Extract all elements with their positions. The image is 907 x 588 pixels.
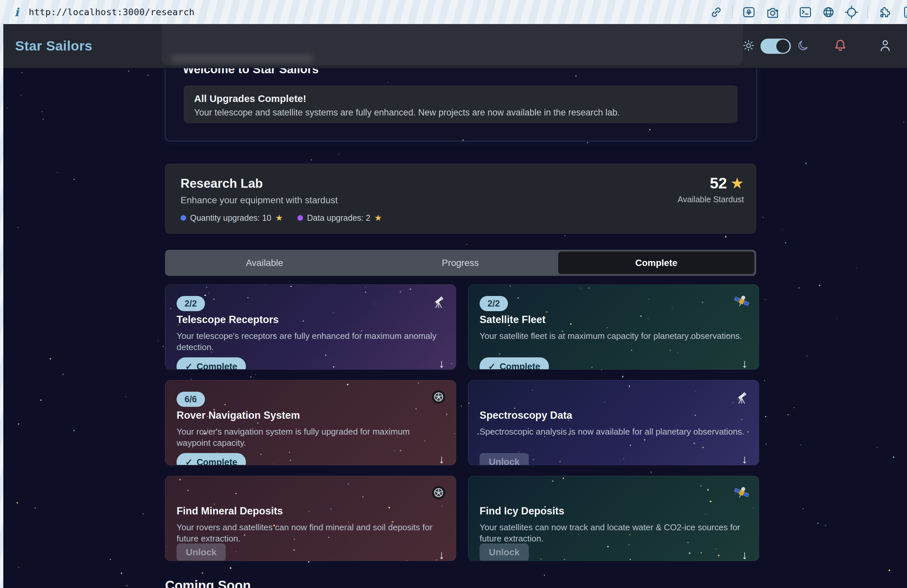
data-upgrades-badge: Data upgrades: 2 ★ xyxy=(297,213,382,223)
theme-toggle[interactable] xyxy=(760,38,791,54)
arrow-down-icon[interactable]: ↓ xyxy=(742,548,748,561)
notice-body: Your telescope and satellite systems are… xyxy=(194,107,727,118)
count-badge: 6/6 xyxy=(176,392,205,407)
card-starfield xyxy=(165,285,456,369)
card-description: Spectroscopic analysis is now available … xyxy=(479,426,745,437)
complete-badge: ✓ Complete xyxy=(479,357,549,370)
unlock-button[interactable]: Unlock xyxy=(479,543,529,561)
device-icon[interactable] xyxy=(901,5,907,19)
card-description: Your satellites can now track and locate… xyxy=(479,522,745,544)
purple-dot-icon xyxy=(297,215,303,221)
project-grid: 2/2 Telescope Receptors Your telescope's… xyxy=(165,284,758,561)
card-title: Telescope Receptors xyxy=(176,314,279,326)
url-text[interactable]: http://localhost:3000/research xyxy=(29,7,195,17)
project-card[interactable]: Spectroscopy Data Spectroscopic analysis… xyxy=(468,380,759,465)
screen: i http://localhost:3000/research Welcome… xyxy=(0,0,907,588)
star-icon: ★ xyxy=(275,213,283,223)
telescope-icon xyxy=(431,293,447,309)
arrow-down-icon[interactable]: ↓ xyxy=(439,452,445,465)
data-upgrades-label: Data upgrades: 2 xyxy=(307,213,370,223)
page-content: Welcome to Star Sailors All Upgrades Com… xyxy=(3,24,907,588)
tab-available[interactable]: Available xyxy=(167,252,362,274)
project-card[interactable]: Find Mineral Deposits Your rovers and sa… xyxy=(165,476,456,561)
crosshair-icon[interactable] xyxy=(844,5,859,19)
card-title: Rover Navigation System xyxy=(176,410,300,421)
sun-icon xyxy=(742,39,755,53)
terminal-icon[interactable] xyxy=(798,5,812,19)
complete-badge: ✓ Complete xyxy=(176,357,246,370)
check-icon: ✓ xyxy=(185,361,193,370)
tab-complete[interactable]: Complete xyxy=(558,252,755,274)
arrow-down-icon[interactable]: ↓ xyxy=(742,452,748,465)
card-title: Find Icy Deposits xyxy=(479,505,564,517)
arrow-down-icon[interactable]: ↓ xyxy=(742,357,748,370)
card-description: Your rover's navigation system is fully … xyxy=(176,426,442,449)
card-title: Satellite Fleet xyxy=(479,314,546,326)
card-starfield xyxy=(165,380,456,465)
count-badge: 2/2 xyxy=(176,296,205,311)
satellite-icon xyxy=(734,485,750,501)
wheel-icon xyxy=(431,485,447,501)
tabs: AvailableProgressComplete xyxy=(165,250,756,276)
card-title: Spectroscopy Data xyxy=(479,410,572,421)
app-viewport: Welcome to Star Sailors All Upgrades Com… xyxy=(3,24,907,588)
card-description: Your satellite fleet is at maximum capac… xyxy=(479,330,745,341)
card-icon xyxy=(431,293,447,309)
stardust-summary: 52 ★ Available Stardust xyxy=(678,174,744,204)
coming-soon-heading: Coming Soon xyxy=(165,578,251,588)
card-title: Find Mineral Deposits xyxy=(176,505,283,517)
unlock-button[interactable]: Unlock xyxy=(479,453,529,465)
count-badge: 2/2 xyxy=(479,296,508,311)
camera-icon[interactable] xyxy=(765,5,780,19)
tab-progress[interactable]: Progress xyxy=(362,252,558,274)
person-icon[interactable] xyxy=(878,38,893,54)
info-icon[interactable]: i xyxy=(14,6,19,19)
card-icon xyxy=(734,485,750,501)
research-lab-subtitle: Enhance your equipment with stardust xyxy=(181,195,338,205)
stardust-label: Available Stardust xyxy=(678,195,744,204)
card-starfield xyxy=(468,285,759,369)
navbar: Star Sailors xyxy=(3,24,907,68)
toggle-knob[interactable] xyxy=(776,40,790,53)
wheel-icon xyxy=(431,389,447,405)
arrow-down-icon[interactable]: ↓ xyxy=(439,357,445,370)
arrow-down-icon[interactable]: ↓ xyxy=(439,548,445,561)
toolbar-separator xyxy=(789,5,790,19)
upgrade-badges: Quantity upgrades: 10 ★ Data upgrades: 2… xyxy=(181,213,382,223)
telescope-icon xyxy=(734,389,750,405)
star-icon: ★ xyxy=(731,174,744,192)
moon-icon xyxy=(797,39,810,53)
image-icon[interactable] xyxy=(741,5,756,19)
card-description: Your telescope's receptors are fully enh… xyxy=(176,330,442,353)
puzzle-icon[interactable] xyxy=(877,5,892,19)
complete-badge: ✓ Complete xyxy=(176,453,246,465)
upgrades-complete-notice: All Upgrades Complete! Your telescope an… xyxy=(184,85,737,123)
quantity-upgrades-badge: Quantity upgrades: 10 ★ xyxy=(181,213,283,223)
toolbar-separator xyxy=(732,5,733,19)
check-icon: ✓ xyxy=(488,361,496,370)
card-description: Your rovers and satellites can now find … xyxy=(176,522,442,544)
star-icon: ★ xyxy=(374,213,382,223)
notice-title: All Upgrades Complete! xyxy=(194,93,727,104)
research-lab-card: Research Lab Enhance your equipment with… xyxy=(165,163,756,234)
app-brand: Star Sailors xyxy=(3,38,93,54)
toolbar-icon-group xyxy=(709,5,907,19)
project-card[interactable]: Find Icy Deposits Your satellites can no… xyxy=(468,476,759,561)
link-icon[interactable] xyxy=(709,5,723,19)
quantity-upgrades-label: Quantity upgrades: 10 xyxy=(190,213,271,223)
globe-icon[interactable] xyxy=(821,5,836,19)
toolbar-separator xyxy=(867,5,868,19)
browser-toolbar: i http://localhost:3000/research xyxy=(0,0,907,24)
project-card[interactable]: 2/2 Satellite Fleet Your satellite fleet… xyxy=(468,284,759,370)
stardust-count: 52 xyxy=(710,174,727,192)
unlock-button[interactable]: Unlock xyxy=(176,543,226,561)
card-icon xyxy=(431,485,447,501)
card-icon xyxy=(734,293,750,309)
navbar-ghost-text xyxy=(171,54,313,63)
project-card[interactable]: 2/2 Telescope Receptors Your telescope's… xyxy=(165,284,456,370)
url-bar[interactable]: i http://localhost:3000/research xyxy=(0,6,709,19)
project-card[interactable]: 6/6 Rover Navigation System Your rover's… xyxy=(165,380,456,465)
navbar-actions xyxy=(742,38,907,54)
card-starfield xyxy=(468,380,759,465)
bell-icon[interactable] xyxy=(833,38,848,54)
